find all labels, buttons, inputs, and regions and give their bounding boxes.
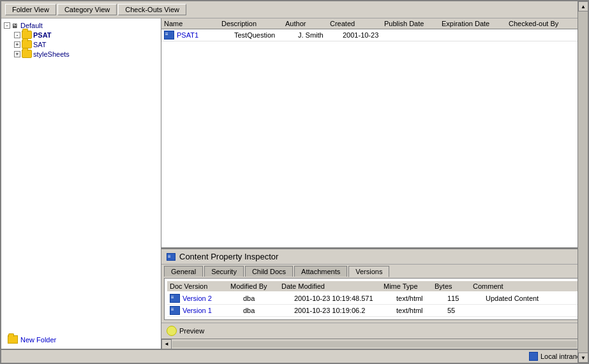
version2-link[interactable]: Version 2	[183, 295, 243, 302]
header-mime-type: Mime Type	[384, 282, 435, 290]
header-comment: Comment	[473, 282, 549, 290]
version-row-2[interactable]: Version 2 dba 2001-10-23 10:19:48.571 te…	[167, 293, 582, 305]
new-folder-icon	[8, 335, 18, 344]
tree-stylesheets-label[interactable]: styleSheets	[33, 50, 70, 58]
header-created: Created	[330, 20, 384, 27]
tree-item-psat[interactable]: - PSAT	[14, 30, 158, 40]
inspector-tabs: General Security Child Docs Attachments	[161, 265, 588, 277]
header-name: Name	[164, 20, 221, 27]
main-area: - 🖥 Default - PSAT +	[1, 18, 588, 349]
file-description: TestQuestion	[234, 31, 298, 39]
header-checked-out-by: Checked-out By	[509, 20, 572, 27]
tab-attachments[interactable]: Attachments	[294, 266, 347, 277]
header-author: Author	[285, 20, 330, 27]
tab-child-docs[interactable]: Child Docs	[245, 266, 293, 277]
inspector-title: Content Property Inspector	[179, 252, 278, 261]
status-bar: Local intranet	[1, 349, 588, 363]
version2-comment: Updated Content	[486, 295, 562, 302]
header-date-modified: Date Modified	[281, 282, 384, 290]
checkouts-view-button[interactable]: Check-Outs View	[118, 4, 186, 15]
main-window: Folder View Category View Check-Outs Vie…	[0, 0, 589, 364]
stylesheets-expand-icon[interactable]: +	[14, 51, 20, 57]
tab-security[interactable]: Security	[204, 266, 244, 277]
inspector-versions-content: Doc Version Modified By Date Modified Mi…	[164, 278, 585, 320]
file-name-link[interactable]: PSAT1	[177, 31, 234, 39]
category-view-button[interactable]: Category View	[57, 4, 117, 15]
tree-item-sat[interactable]: + SAT	[14, 40, 158, 49]
file-list: Name Description Author Created Publish …	[161, 18, 588, 248]
folder-view-button[interactable]: Folder View	[5, 4, 56, 15]
file-created: 2001-10-23	[343, 31, 397, 39]
header-bytes: Bytes	[435, 282, 473, 290]
version2-icon	[170, 294, 180, 303]
version1-date-modified: 2001-10-23 10:19:06.2	[294, 307, 396, 314]
version2-modified-by: dba	[243, 295, 294, 302]
header-modified-by: Modified By	[230, 282, 281, 290]
version2-bytes: 115	[447, 295, 486, 302]
header-publish-date: Publish Date	[384, 20, 442, 27]
preview-label[interactable]: Preview	[179, 327, 204, 335]
header-doc-version: Doc Version	[170, 282, 230, 290]
new-folder-link[interactable]: New Folder	[20, 336, 56, 344]
v-scroll-up-button[interactable]: ▲	[578, 1, 588, 11]
header-expiration-date: Expiration Date	[442, 20, 509, 27]
inspector-title-bar: Content Property Inspector	[161, 249, 588, 265]
stylesheets-folder-icon	[22, 50, 32, 58]
vertical-scrollbar[interactable]: ▲ ▼	[578, 1, 588, 363]
version2-date-modified: 2001-10-23 10:19:48.571	[294, 295, 396, 302]
versions-table-header: Doc Version Modified By Date Modified Mi…	[167, 281, 582, 291]
toolbar: Folder View Category View Check-Outs Vie…	[1, 1, 588, 18]
file-list-header: Name Description Author Created Publish …	[161, 18, 588, 29]
h-scroll-left-button[interactable]: ◄	[161, 339, 172, 349]
preview-icon	[167, 326, 177, 336]
version1-modified-by: dba	[243, 307, 294, 314]
psat-expand-icon[interactable]: -	[14, 32, 20, 38]
content-property-inspector: Content Property Inspector General Secur…	[161, 248, 588, 339]
tab-general[interactable]: General	[164, 266, 203, 277]
horizontal-scrollbar[interactable]: ◄ ►	[161, 339, 588, 349]
sat-expand-icon[interactable]: +	[14, 41, 20, 48]
tree-sat-label[interactable]: SAT	[33, 41, 47, 48]
new-folder-area: New Folder	[8, 335, 56, 344]
tree-item-stylesheets[interactable]: + styleSheets	[14, 49, 158, 59]
v-scroll-track	[578, 11, 588, 353]
inspector-doc-icon	[167, 253, 175, 261]
version2-mime-type: text/html	[396, 295, 447, 302]
root-expand-icon[interactable]: -	[4, 22, 10, 29]
folder-tree: - 🖥 Default - PSAT +	[1, 18, 161, 349]
status-zone: Local intranet	[541, 353, 583, 360]
version1-bytes: 55	[447, 307, 486, 314]
file-icon	[164, 31, 174, 40]
tab-versions[interactable]: Versions	[348, 266, 389, 277]
version1-icon	[170, 306, 180, 315]
header-description: Description	[221, 20, 285, 27]
version1-link[interactable]: Version 1	[183, 307, 243, 314]
version1-mime-type: text/html	[396, 307, 447, 314]
version-row-1[interactable]: Version 1 dba 2001-10-23 10:19:06.2 text…	[167, 305, 582, 317]
right-panel: Name Description Author Created Publish …	[161, 18, 588, 349]
tree-psat-label[interactable]: PSAT	[33, 31, 52, 39]
status-page-icon	[529, 352, 538, 361]
v-scroll-down-button[interactable]: ▼	[578, 353, 588, 363]
file-list-row[interactable]: PSAT1 TestQuestion J. Smith 2001-10-23	[161, 29, 588, 41]
h-scroll-track[interactable]	[172, 341, 577, 347]
root-icon: 🖥	[11, 22, 18, 29]
file-author: J. Smith	[298, 31, 343, 39]
preview-bar: Preview	[161, 323, 588, 339]
